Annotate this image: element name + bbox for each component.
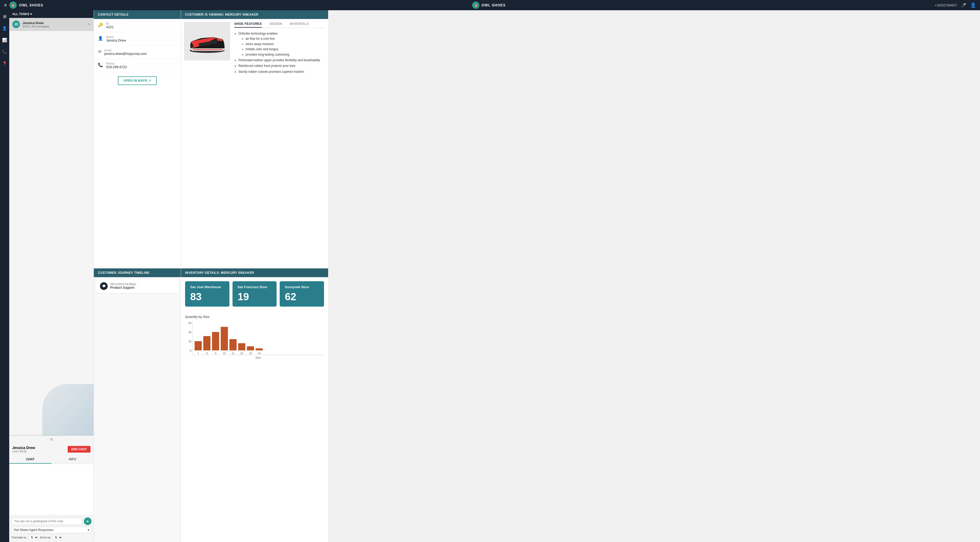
contact-fields: 🔑 ID 4151 👤 Name Jessica Drew ✉ Email je… [94, 19, 181, 72]
bar-chart-area: 7 8 9 10 11 12 13 14 [192, 322, 324, 355]
bar-10 [221, 327, 228, 350]
chart-title: Quantity by Size [185, 315, 324, 319]
store-count-sj: 83 [190, 291, 224, 303]
end-chat-button[interactable]: END CHAT [68, 446, 91, 453]
y-label-0: 0 [185, 349, 191, 352]
translate-select[interactable]: ⇅ [29, 535, 38, 540]
field-phone: 📞 Phone 518-299-8722 [94, 59, 181, 72]
bar-col-9: 9 [212, 332, 219, 355]
bar-14 [256, 349, 263, 350]
name-value: Jessica Drew [106, 38, 126, 42]
chat-user-header: Jessica Drew Live | 00:01 END CHAT [9, 443, 94, 455]
top-navbar: ≡ 🦉 OWL SHOES 🦉 OWL SHOES +16502784607 🎤… [0, 0, 328, 10]
chat-input[interactable] [11, 518, 82, 525]
send-as-select[interactable]: ⇅ [52, 535, 62, 540]
bar-8 [203, 336, 210, 350]
chat-messages-area [9, 464, 94, 515]
y-axis-labels: 60 40 20 0 [185, 322, 191, 358]
sidebar-icon-person[interactable]: 👤 [1, 25, 8, 32]
bar-label-12: 12 [240, 352, 243, 355]
bar-col-7: 7 [194, 341, 202, 355]
cursor-icon: ↖ [88, 22, 91, 26]
agent-responses-label: Owl Shoes Agent Responses [14, 528, 53, 532]
y-label-20: 20 [185, 340, 191, 343]
id-value: 4151 [106, 25, 114, 29]
send-button[interactable]: ➤ [84, 517, 92, 525]
bar-7 [194, 341, 202, 350]
field-email: ✉ Email jessica.drew@hspycorp.com [94, 46, 181, 59]
email-icon: ✉ [98, 49, 101, 54]
store-name-sj: San Jose Warehouse [190, 285, 224, 289]
all-tasks-label: ALL TASKS [12, 12, 29, 16]
sidebar-icon-grid[interactable]: ⊞ [1, 13, 8, 20]
customer-viewing-panel: CUSTOMER IS VIEWING: MERCURY SNEAKER [181, 10, 328, 268]
customer-viewing-header: CUSTOMER IS VIEWING: MERCURY SNEAKER [181, 10, 328, 19]
journey-icon: 💬 [100, 282, 108, 290]
task-avatar: JD [12, 21, 20, 28]
bar-12 [238, 343, 245, 350]
store-name-sf: San Francisco Store [238, 285, 272, 289]
id-label: ID [106, 22, 114, 25]
bar-col-10: 10 [221, 327, 228, 355]
tab-shoe-features[interactable]: SHOE FEATURES [234, 22, 262, 28]
bar-9 [212, 332, 219, 350]
customer-journey-panel: CUSTOMER JOURNEY TIMELINE 💬 09/11/2019 0… [94, 268, 181, 542]
field-id: 🔑 ID 4151 [94, 19, 181, 32]
inventory-card-sf: San Francisco Store 19 [232, 281, 277, 307]
dropdown-arrow-icon: ▾ [88, 528, 89, 532]
bar-label-8: 8 [206, 352, 208, 355]
contact-details-header: CONTACT DETAILS [94, 10, 181, 19]
sidebar-icon-chart[interactable]: 📊 [1, 36, 8, 44]
tab-materials[interactable]: MATERIALS [290, 22, 309, 28]
phone-field-icon: 📞 [98, 62, 103, 67]
bar-label-11: 11 [231, 352, 234, 355]
product-content: SHOE FEATURES DESIGN MATERIALS Ortholite… [181, 19, 328, 78]
product-image [184, 22, 230, 60]
agent-responses-dropdown[interactable]: Owl Shoes Agent Responses ▾ [11, 527, 92, 533]
bar-label-9: 9 [215, 352, 216, 355]
phone-value: 518-299-8722 [106, 65, 127, 69]
bar-label-13: 13 [249, 352, 252, 355]
sidebar-icon-phone[interactable]: 📞 [1, 48, 8, 55]
phone-label: Phone [106, 62, 127, 65]
store-count-sf: 19 [238, 291, 272, 303]
sidebar-icon-location[interactable]: 📍 [1, 60, 8, 67]
inventory-card-sv: Sunnyvale Store 62 [280, 281, 324, 307]
bar-chart-container: 7 8 9 10 11 12 13 14 Size [192, 322, 324, 359]
task-item[interactable]: JD Jessica Drew 00:01 | No messages ↖ [9, 18, 94, 31]
translate-row: Translate to: ⇅ Send as: ⇅ [11, 535, 92, 540]
inventory-header: INVENTORY DETAILS: MERCURY SNEAKER [181, 268, 328, 277]
brand-name: OWL SHOES [19, 3, 43, 7]
person-field-icon: 👤 [98, 36, 103, 41]
chat-tabs: CHAT INFO [9, 455, 94, 464]
hamburger-icon[interactable]: ≡ [4, 3, 7, 8]
bar-label-7: 7 [197, 352, 199, 355]
key-icon: 🔑 [98, 22, 103, 27]
journey-item: 💬 09/11/2019 03:06pm Product Support [96, 279, 179, 293]
main-content: CONTACT DETAILS 🔑 ID 4151 👤 Name Jessica… [94, 10, 328, 542]
journey-time: 09/11/2019 03:06pm [110, 282, 136, 285]
field-name: 👤 Name Jessica Drew [94, 32, 181, 46]
chat-username: Jessica Drew [12, 446, 35, 450]
all-tasks-header[interactable]: ALL TASKS ▾ [9, 10, 94, 18]
open-maps-button[interactable]: OPEN IN MAPS ↗ [118, 76, 157, 85]
x-axis-label: Size [192, 356, 324, 359]
tab-info[interactable]: INFO [51, 455, 94, 464]
bar-col-11: 11 [229, 339, 237, 355]
journey-header: CUSTOMER JOURNEY TIMELINE [94, 268, 181, 277]
tab-chat[interactable]: CHAT [9, 455, 51, 464]
tasks-dropdown-icon: ▾ [30, 12, 32, 16]
chat-lower-panel: ≡ Jessica Drew Live | 00:01 END CHAT CHA… [9, 435, 94, 542]
chat-input-area: ➤ Owl Shoes Agent Responses ▾ Translate … [9, 515, 94, 542]
bar-col-14: 14 [256, 349, 263, 355]
shoe-svg [187, 26, 228, 57]
contact-details-panel: CONTACT DETAILS 🔑 ID 4151 👤 Name Jessica… [94, 10, 181, 268]
chat-status: Live | 00:01 [12, 450, 35, 453]
y-label-60: 60 [185, 322, 191, 325]
chart-section: Quantity by Size 60 40 20 0 7 8 9 [181, 311, 328, 363]
journey-label: Product Support [110, 285, 136, 290]
task-name: Jessica Drew [22, 21, 85, 25]
tab-design[interactable]: DESIGN [270, 22, 282, 28]
task-panel: ALL TASKS ▾ JD Jessica Drew 00:01 | No m… [9, 10, 94, 542]
y-label-40: 40 [185, 331, 191, 334]
